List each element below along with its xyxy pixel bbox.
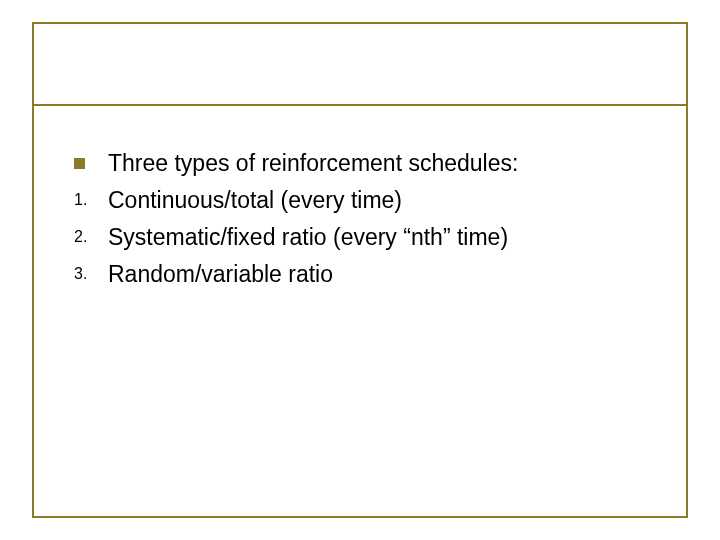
bullet-icon	[74, 148, 108, 175]
slide: Three types of reinforcement schedules: …	[0, 0, 720, 540]
heading-text: Three types of reinforcement schedules:	[108, 148, 518, 179]
list-item: 2. Systematic/fixed ratio (every “nth” t…	[74, 222, 660, 253]
list-item: 3. Random/variable ratio	[74, 259, 660, 290]
list-text: Continuous/total (every time)	[108, 185, 402, 216]
list-text: Systematic/fixed ratio (every “nth” time…	[108, 222, 508, 253]
list-text: Random/variable ratio	[108, 259, 333, 290]
list-item: 1. Continuous/total (every time)	[74, 185, 660, 216]
list-number: 2.	[74, 222, 108, 248]
list-number: 1.	[74, 185, 108, 211]
list-number: 3.	[74, 259, 108, 285]
heading-row: Three types of reinforcement schedules:	[74, 148, 660, 179]
content-area: Three types of reinforcement schedules: …	[74, 148, 660, 296]
